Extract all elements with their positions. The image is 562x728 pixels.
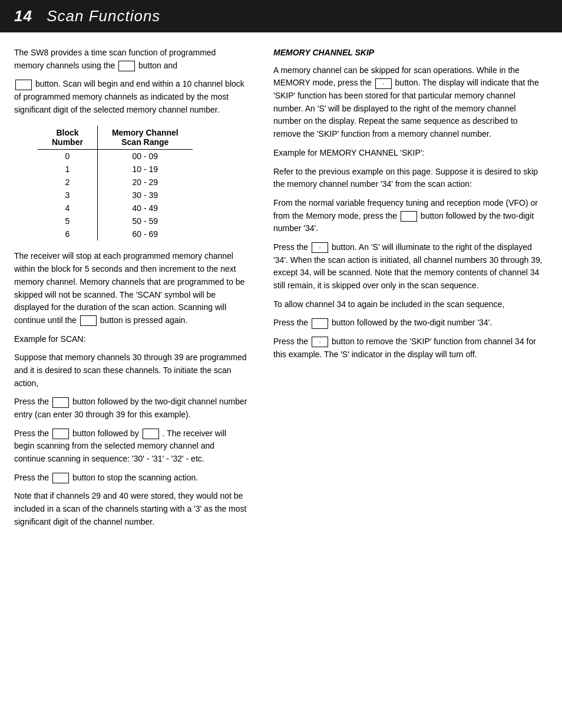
col2-header: Memory Channel Scan Range [97, 126, 192, 150]
scan-table-wrap: Block Number Memory Channel Scan Range 0… [38, 126, 247, 241]
para-press3: Press the button to stop the scanning ac… [14, 472, 247, 485]
dot-button-3: · [312, 337, 328, 347]
scan-range-cell: 20 - 29 [97, 176, 192, 189]
table-row: 550 - 59 [38, 215, 193, 228]
block-number-cell: 3 [38, 189, 97, 202]
para-press2: Press the button followed by . The recei… [14, 427, 247, 466]
memory-skip-title: MEMORY CHANNEL SKIP [273, 47, 544, 60]
right-para4: Press the · button. An 'S' will illumina… [273, 241, 544, 292]
para-note: Note that if channels 29 and 40 were sto… [14, 490, 247, 528]
table-row: 000 - 09 [38, 150, 193, 163]
para-suppose: Suppose that memory channels 30 through … [14, 351, 247, 390]
block-number-cell: 0 [38, 150, 97, 163]
block-number-cell: 5 [38, 215, 97, 228]
scan-table: Block Number Memory Channel Scan Range 0… [38, 126, 193, 241]
right-para5: To allow channel 34 to again be included… [273, 298, 544, 311]
right-para6: Press the button followed by the two-dig… [273, 317, 544, 330]
table-row: 110 - 19 [38, 163, 193, 176]
page-header: 14 Scan Functions [0, 0, 562, 32]
scan-button-inline [118, 61, 135, 71]
scan-range-cell: 00 - 09 [97, 150, 192, 163]
scan-range-cell: 60 - 69 [97, 228, 192, 241]
btn-press2b [143, 429, 159, 439]
table-row: 440 - 49 [38, 202, 193, 215]
para-press1: Press the button followed by the two-dig… [14, 396, 247, 421]
right-para3: From the normal variable frequency tunin… [273, 197, 544, 235]
chapter-title: Scan Functions [47, 7, 160, 25]
btn-press1 [52, 397, 69, 408]
dot-button-1: · [375, 78, 392, 89]
content-area: The SW8 provides a time scan function of… [0, 47, 562, 535]
dot-button-2: · [312, 242, 328, 253]
para-receiver: The receiver will stop at each programme… [14, 250, 247, 327]
right-para1: A memory channel can be skipped for scan… [273, 64, 544, 141]
block-number-cell: 2 [38, 176, 97, 189]
scan-button-inline2 [15, 80, 32, 90]
right-para7: Press the · button to remove the 'SKIP' … [273, 335, 544, 361]
intro-para: The SW8 provides a time scan function of… [14, 47, 247, 72]
example-scan-heading: Example for SCAN: [14, 333, 247, 346]
scan-range-cell: 40 - 49 [97, 202, 192, 215]
block-number-cell: 1 [38, 163, 97, 176]
scan-range-cell: 30 - 39 [97, 189, 192, 202]
right-column: MEMORY CHANNEL SKIP A memory channel can… [262, 47, 544, 535]
chapter-number: 14 [14, 7, 32, 25]
col1-header: Block Number [38, 126, 97, 150]
scan-range-cell: 50 - 59 [97, 215, 192, 228]
btn-press2a [52, 429, 69, 439]
scan-button-until [80, 315, 97, 326]
table-row: 660 - 69 [38, 228, 193, 241]
intro-para2: button. Scan will begin and end within a… [14, 78, 247, 116]
btn-right-3 [401, 211, 417, 222]
table-row: 220 - 29 [38, 176, 193, 189]
example-memory-heading: Example for MEMORY CHANNEL 'SKIP': [273, 147, 544, 160]
block-number-cell: 4 [38, 202, 97, 215]
btn-right-6 [312, 318, 328, 329]
left-column: The SW8 provides a time scan function of… [14, 47, 262, 535]
btn-press3 [52, 473, 69, 483]
block-number-cell: 6 [38, 228, 97, 241]
table-row: 330 - 39 [38, 189, 193, 202]
scan-range-cell: 10 - 19 [97, 163, 192, 176]
right-para2: Refer to the previous example on this pa… [273, 166, 544, 191]
